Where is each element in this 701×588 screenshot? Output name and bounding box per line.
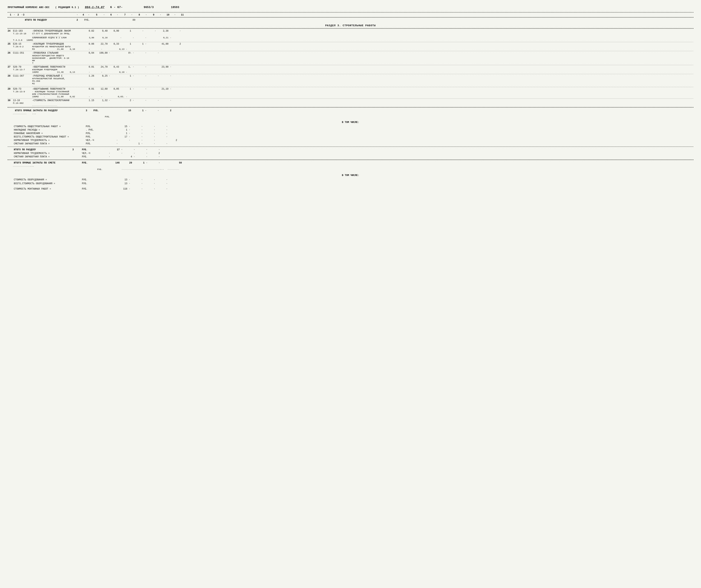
itogo2-val7: 89 [125,19,137,21]
h-dot7: · [131,14,133,16]
row29-coef: 0,05 [109,88,120,90]
row24-price: 9,40 [95,30,109,32]
cost2-unit1: РУБ. [82,182,105,185]
row26-desc: -ПРОВОЛОКА СТАЛЬНАЯ [32,52,86,54]
row29-desc3: ИЛИ СТЕКЛОПЛАСТИКОМ РУЛОННЫМ [32,93,69,95]
itogo2-num: 2 [76,19,84,21]
cost-row-1: СТОИМОСТЬ ОБЩЕСТРОИТЕЛЬНЫХ РАБОТ = РУБ. … [8,125,693,128]
row25-val7: 1 [120,43,133,45]
row25-sub-val10: 0,13 [113,48,126,50]
cost-row-2: НАКЛАДНЫЕ РАСХОДЫ = . РУБ. 1 · · · · [8,128,693,132]
row24-sub-coef: 0,16 [95,36,109,39]
normativ-r3-row: НОРМАТИВНАЯ ТРУДОЕМКОСТЬ = ЧЕЛ.-Ч · · · … [8,152,693,155]
row24-code: E13-183 [13,30,32,32]
row29-code: S26-73 [13,88,32,90]
row27-code2: Т.26-13-7 [13,68,32,71]
row27-sub-val10: 0,19 [113,71,126,73]
row27-code: S26-70 [13,66,32,68]
montazh-unit: РУБ. [82,188,105,190]
h-dot5: · [103,14,105,16]
row25-code: E26-15 [13,43,32,45]
normativ3-unit: ЧЕЛ.-Ч [82,152,97,155]
main-sep-itogo-smete [8,160,693,160]
cost2-label0: СТОИМОСТЬ ОБОРУДОВАНИЯ = [13,178,82,181]
itogo-smete-label: ИТОГО ПРЯМЫЕ ЗАТРАТЫ ПО СМЕТЕ [13,162,82,164]
cost1-label1: НАКЛАДНЫЕ РАСХОДЫ = [13,129,86,131]
h8: 8 [133,14,146,16]
itogo-smete-val11: 50 [171,162,183,164]
row26-code: C111-351 [13,52,32,54]
section3-title-row: РАЗДЕЛ 3. СТРОИТЕЛЬНЫЕ РАБОТЫ [8,24,693,27]
number: 18593 [171,6,179,9]
cost1-val4: 2 [166,139,179,142]
cost2-label1: ВСЕГО,СТОИМОСТЬ ОБОРУДОВАНИЯ = [13,182,82,185]
row24-qty: 0.02 [86,30,95,32]
cost-row-5: НОРМАТИВНАЯ ТРУДОЕМКОСТЬ = ЧЕЛ.-Ч · · · … [8,139,693,142]
montazh-val7: 118 [116,188,129,190]
sep-after-27 [8,74,693,74]
row30-val7: 2 [120,99,133,102]
row25-sub-price: 21,80 [51,48,65,50]
cost1-unit3: РУБ. [86,136,105,138]
row25-val8: 1 [133,43,145,45]
program-name: ПРОГРАММНЫЙ КОМПЛЕКС АВС-ЗЕС [8,6,49,9]
row24-val10: 2,38 [158,30,170,32]
row24-ref: Т.4.3.8 [13,39,26,41]
page-container: ПРОГРАММНЫЙ КОМПЛЕКС АВС-ЗЕС ( РЕДАКЦИЯ … [8,6,693,191]
itogo-smete-val8: 29 [121,162,134,164]
v-tom-chisle-2: В ТОМ ЧИСЛЕ: [8,174,693,177]
row28-desc3: РК-350 [32,80,40,82]
h7: 7 [119,14,131,16]
section3-title: РАЗДЕЛ 3. СТРОИТЕЛЬНЫЕ РАБОТЫ [325,24,376,27]
sep-before-itogo-r3 [8,147,693,147]
row24-code2: Т.13-15-10 [13,32,32,35]
row24-desc: -ОКРАСКА ТРУБОПРОВОДОВ ЛАКОМ [32,30,86,32]
row29-sub-coef: 0,02 [65,95,76,98]
row26-desc3: НАЗНАЧЕНИЯ . ДИАМЕТРОМ: 6-10 [32,57,69,59]
itogo3-label: ИТОГО ПРЯМЫЕ ЗАТРАТЫ ПО РАЗДЕЛУ [13,109,86,112]
itogo3-val8: 1 [133,109,145,112]
h11: 11 [176,14,189,16]
cost1-unit1: . РУБ. [86,129,105,131]
itogo-section3-row2: ··· [13,113,693,115]
costs1-rows: СТОИМОСТЬ ОБЩЕСТРОИТЕЛЬНЫХ РАБОТ = РУБ. … [8,125,693,146]
row29-sub-val10: 0,03. [113,95,126,98]
row27-val10: 23,90 [158,66,170,68]
row28-qty: 1.26 [86,75,95,77]
itogo3-unit: РУБ. [93,109,109,112]
row25-val11: 2 [170,43,183,45]
row25-sub-coef: 0,10 [65,48,76,50]
row28-desc2: КРУПНОЗЕРНИСТОЙ ПОСЫПКОЙ, [32,77,65,80]
cost2-val1: 13 [116,182,129,185]
table-row: 27 S26-70 -ОБЕРТЫВАНИЕ ПОВЕРХНОСТИ 0.01 … [8,66,693,73]
itogo-razdelu3-row: ИТОГО ПО РАЗДЕЛУ 3 РУБ. 17 · · · · [8,148,693,152]
sep-after-28 [8,87,693,87]
itogo3-num: 3 [86,109,93,112]
itogo-pryamye-row1: ИТОГО ПРЯМЫЕ ЗАТРАТЫ ПО СМЕТЕ РУБ. 146 2… [8,161,693,165]
stoimost-montazh-row: СТОИМОСТЬ МОНТАЖНЫХ РАБОТ = РУБ. 118 · ·… [8,187,693,191]
section3-sep [8,28,693,29]
itogo-r3-val7: 17 [109,148,121,151]
row27-sub-coef: 0,13 [65,71,76,73]
row27-desc: -ОБЕРТЫВАНИЕ ПОВЕРХНОСТИ [32,66,86,68]
itogo-r3-unit: РУБ. [82,148,97,151]
itogo-section3-row1: ИТОГО ПРЯМЫЕ ЗАТРАТЫ ПО РАЗДЕЛУ 3 РУБ. 1… [8,109,693,113]
smetnaya3-label: СМЕТНАЯ ЗАРАБОТНАЯ ПЛАТА = [13,156,72,158]
row24-val11: · [170,30,183,32]
row26-qty: 0,04 [86,52,95,54]
table-row: 28 C111-367 -РУБЕРОИД КРОВЕЛЬНЫЙ С 1.26 … [8,75,693,86]
row26-desc4: ММ [32,59,35,62]
row29-desc2: · ИЗОЛЯЦИИ ТКАНЬЮ СТЕКЛЯННОЙ [32,90,69,93]
cost1-val5: 1 [129,143,141,145]
cost-row-3: ПЛАНОВЫЕ НАКОПЛЕНИЯ = РУБ. 1 · · · · [8,132,693,135]
header: ПРОГРАММНЫЙ КОМПЛЕКС АВС-ЗЕС ( РЕДАКЦИЯ … [8,6,693,9]
cost1-label4: НОРМАТИВНАЯ ТРУДОЕМКОСТЬ = [13,139,86,142]
table-row: 25 E26-15 -ИЗОЛЯЦИЯ ТРУБОПРОВОДОВ 0.06 2… [8,43,693,50]
cost1-label0: СТОИМОСТЬ ОБЩЕСТРОИТЕЛЬНЫХ РАБОТ = [13,125,86,128]
row25-coef: 0,33 [109,43,120,45]
row27-sub-price: 14,40 [51,71,65,73]
table-row: 26 C111-351 -ПРОВОЛОКА СТАЛЬНАЯ 0,04 190… [8,52,693,64]
cost2-row-2: ВСЕГО,СТОИМОСТЬ ОБОРУДОВАНИЯ = РУБ. 13 ·… [8,182,693,186]
row29-unit: 100М2 [32,95,44,98]
page-label: 6 - 67- [110,6,123,9]
